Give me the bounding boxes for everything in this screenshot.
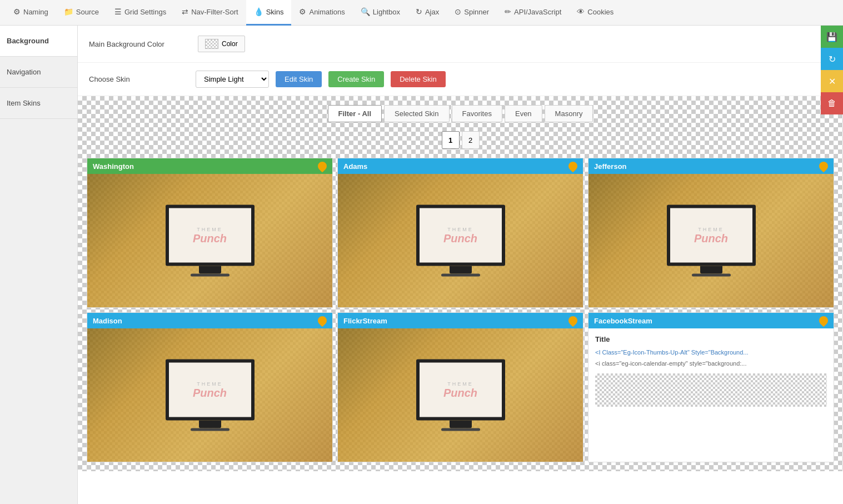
tab-skins[interactable]: 💧 Skins: [246, 0, 292, 26]
skin-card-washington[interactable]: Washington THEME Punch: [87, 158, 333, 308]
imac-screen: THEME Punch: [166, 205, 255, 266]
punch-text: Punch: [443, 232, 477, 244]
card-img-flickrstream: THEME Punch: [338, 328, 583, 462]
tab-grid-settings[interactable]: ☰ Grid Settings: [107, 0, 174, 26]
choose-skin-label: Choose Skin: [89, 75, 189, 83]
skin-card-adams[interactable]: Adams THEME Punch: [337, 158, 583, 308]
imac-screen: THEME Punch: [416, 360, 505, 421]
edit-skin-button[interactable]: Edit Skin: [276, 71, 322, 87]
tab-cookies-label: Cookies: [587, 8, 613, 16]
punch-text: Punch: [193, 232, 227, 244]
punch-text: Punch: [193, 386, 227, 399]
tab-source[interactable]: 📁 Source: [56, 0, 107, 26]
main-layout: Background Navigation Item Skins Main Ba…: [0, 26, 843, 504]
page-2-btn[interactable]: 2: [462, 131, 480, 149]
fb-img-preview: [595, 373, 827, 407]
imac-base: [191, 428, 230, 431]
bg-color-label: Main Background Color: [89, 40, 189, 48]
fb-title: Title: [595, 335, 827, 343]
content-area: Main Background Color Color Choose Skin …: [78, 26, 843, 504]
fb-stream-content: Title <I Class="Eg-Icon-Thumbs-Up-Alt" S…: [588, 328, 834, 462]
close-btn[interactable]: ✕: [821, 70, 843, 92]
tab-lightbox[interactable]: 🔍 Lightbox: [353, 0, 408, 26]
filter-selected-btn[interactable]: Selected Skin: [384, 105, 450, 122]
tab-cookies[interactable]: 👁 Cookies: [569, 0, 621, 26]
sidebar-item-navigation[interactable]: Navigation: [0, 57, 77, 88]
save-icon: 💾: [826, 32, 837, 42]
card-header-facebookstream: FacebookStream: [588, 313, 834, 328]
fb-code2: <i class="eg-icon-calendar-empty" style=…: [595, 360, 827, 367]
card-name-facebookstream: FacebookStream: [594, 317, 652, 325]
delete-skin-button[interactable]: Delete Skin: [391, 71, 445, 87]
tab-animations[interactable]: ⚙ Animations: [291, 0, 352, 26]
fb-code1: <I Class="Eg-Icon-Thumbs-Up-Alt" Style="…: [595, 349, 827, 356]
theme-text: THEME: [197, 381, 223, 386]
close-icon: ✕: [829, 76, 836, 87]
water-drop-icon: [567, 315, 580, 327]
card-header-washington: Washington: [87, 158, 332, 174]
water-drop-icon: [817, 315, 830, 327]
tab-ajax[interactable]: ↻ Ajax: [408, 0, 447, 26]
skin-card-jefferson[interactable]: Jefferson THEME Punch: [588, 158, 834, 308]
card-img-content: THEME Punch: [166, 360, 255, 431]
delete-icon: 🗑: [827, 98, 836, 108]
tab-ajax-label: Ajax: [425, 8, 439, 16]
color-button[interactable]: Color: [198, 36, 245, 52]
filter-favorites-btn[interactable]: Favorites: [452, 105, 502, 122]
card-img-content: THEME Punch: [416, 205, 505, 277]
delete-btn[interactable]: 🗑: [821, 92, 843, 114]
imac-stand: [700, 266, 722, 274]
theme-text: THEME: [698, 226, 724, 232]
skin-card-madison[interactable]: Madison THEME Punch: [87, 312, 333, 462]
card-img-adams: THEME Punch: [338, 174, 583, 307]
color-btn-label: Color: [222, 40, 238, 48]
tab-naming[interactable]: ⚙ Naming: [6, 0, 56, 26]
tab-grid-label: Grid Settings: [124, 8, 166, 16]
card-name-madison: Madison: [93, 317, 122, 325]
tab-skins-label: Skins: [266, 8, 284, 16]
skin-card-facebookstream[interactable]: FacebookStream Title <I Class="Eg-Icon-T…: [588, 312, 834, 462]
tab-spinner-label: Spinner: [464, 8, 489, 16]
tab-api[interactable]: ✏ API/JavaScript: [497, 0, 569, 26]
grid-icon: ☰: [114, 7, 122, 16]
tab-nav-filter-sort[interactable]: ⇄ Nav-Filter-Sort: [174, 0, 246, 26]
imac-stand: [450, 266, 472, 274]
top-tab-bar: ⚙ Naming 📁 Source ☰ Grid Settings ⇄ Nav-…: [0, 0, 843, 26]
eye-icon: 👁: [577, 7, 585, 16]
sidebar-navigation-label: Navigation: [7, 68, 41, 76]
sidebar: Background Navigation Item Skins: [0, 26, 78, 504]
drop-icon-madison: [318, 316, 327, 325]
imac-screen: THEME Punch: [667, 205, 756, 266]
card-name-jefferson: Jefferson: [594, 162, 627, 171]
imac-screen: THEME Punch: [416, 205, 505, 266]
card-name-adams: Adams: [343, 162, 367, 171]
skin-select[interactable]: Simple Light Dark Custom: [196, 71, 269, 88]
filter-even-btn[interactable]: Even: [505, 105, 542, 122]
card-name-flickrstream: FlickrStream: [343, 317, 387, 325]
refresh-btn[interactable]: ↻: [821, 48, 843, 70]
tab-api-label: API/JavaScript: [514, 8, 561, 16]
imac-base: [191, 274, 230, 277]
create-skin-button[interactable]: Create Skin: [328, 71, 384, 87]
save-btn[interactable]: 💾: [821, 26, 843, 48]
refresh-icon: ↻: [829, 54, 836, 64]
tab-anim-label: Animations: [309, 8, 345, 16]
filter-all-btn[interactable]: Filter - All: [328, 105, 382, 122]
drop-icon-jefferson: [819, 162, 828, 171]
filter-bar: Filter - All Selected Skin Favorites Eve…: [78, 96, 843, 127]
search-icon: 🔍: [361, 7, 370, 16]
sidebar-item-item-skins[interactable]: Item Skins: [0, 88, 77, 119]
imac-stand: [450, 421, 472, 428]
theme-text: THEME: [447, 226, 473, 232]
tab-lightbox-label: Lightbox: [373, 8, 400, 16]
imac-base: [692, 274, 731, 277]
checker-box: [205, 39, 218, 49]
filter-masonry-btn[interactable]: Masonry: [545, 105, 593, 122]
tab-spinner[interactable]: ⊙ Spinner: [447, 0, 497, 26]
sidebar-item-background[interactable]: Background: [0, 26, 77, 57]
pagination: 1 2: [78, 127, 843, 158]
water-drop-icon: [316, 315, 329, 327]
card-img-washington: THEME Punch: [87, 174, 332, 307]
skin-card-flickrstream[interactable]: FlickrStream THEME Punch: [337, 312, 583, 462]
page-1-btn[interactable]: 1: [442, 131, 460, 149]
